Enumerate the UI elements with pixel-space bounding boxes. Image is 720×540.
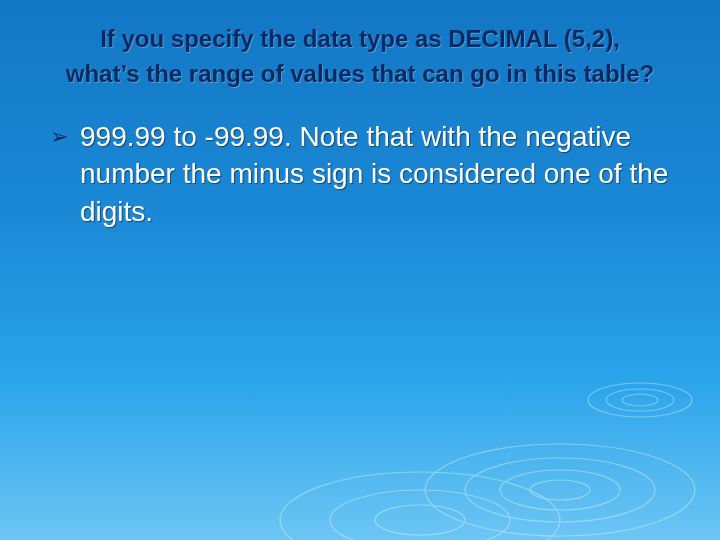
svg-point-4 xyxy=(375,505,465,535)
svg-point-5 xyxy=(330,490,510,540)
svg-point-3 xyxy=(425,444,695,536)
svg-point-7 xyxy=(622,394,658,406)
ripple-decoration xyxy=(0,280,720,540)
bullet-text: 999.99 to -99.99. Note that with the neg… xyxy=(80,118,670,231)
svg-point-6 xyxy=(280,472,560,540)
slide-title: If you specify the data type as DECIMAL … xyxy=(0,0,720,102)
svg-point-8 xyxy=(606,389,674,411)
svg-point-1 xyxy=(500,470,620,510)
slide-content: ➢ 999.99 to -99.99. Note that with the n… xyxy=(0,102,720,231)
svg-point-9 xyxy=(588,383,692,417)
svg-point-2 xyxy=(465,458,655,522)
bullet-item: ➢ 999.99 to -99.99. Note that with the n… xyxy=(50,118,670,231)
svg-point-0 xyxy=(530,480,590,500)
bullet-arrow-icon: ➢ xyxy=(50,122,68,153)
